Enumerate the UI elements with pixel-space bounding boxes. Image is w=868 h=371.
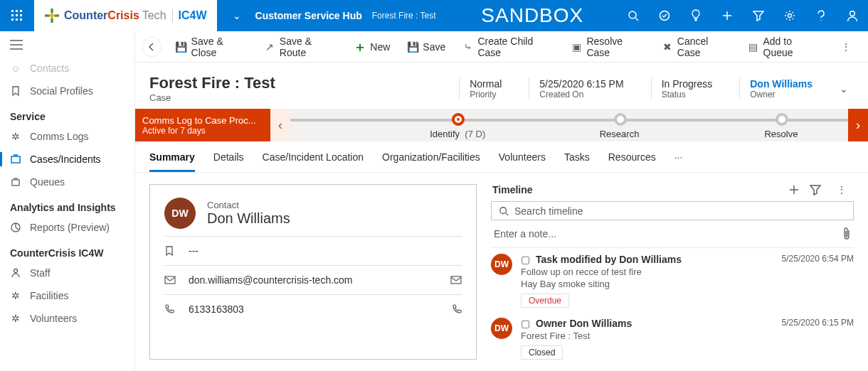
cmd-label: New <box>370 41 390 53</box>
sidebar-label: Cases/Incidents <box>30 154 101 165</box>
sidebar-item-staff[interactable]: Staff <box>0 262 134 284</box>
search-icon <box>499 206 509 216</box>
cmd-resolve[interactable]: ▣Resolve Case <box>564 31 652 63</box>
svg-rect-7 <box>16 18 18 21</box>
timeline-item-line: Forest Fire : Test <box>521 330 773 341</box>
header-value: Don Williams <box>750 78 813 90</box>
filter-icon[interactable] <box>743 0 774 31</box>
gear-icon[interactable] <box>774 0 805 31</box>
sidebar-item-queues[interactable]: Queues <box>0 171 134 193</box>
tab-volunteers[interactable]: Volunteers <box>499 151 546 172</box>
cmd-label: Add to Queue <box>763 36 822 58</box>
bpf-back[interactable]: ‹ <box>270 109 290 141</box>
app-launcher[interactable] <box>0 0 34 31</box>
tab-location[interactable]: Case/Incident Location <box>263 151 364 172</box>
search-icon[interactable] <box>618 0 649 31</box>
contact-email-row[interactable]: don.williams@countercrisis-tech.com <box>164 265 462 294</box>
cmd-overflow[interactable]: ⋮ <box>831 37 861 57</box>
hamburger-icon <box>10 40 23 50</box>
sidebar-label: Comms Logs <box>30 131 88 142</box>
tab-tasks[interactable]: Tasks <box>564 151 590 172</box>
timeline-more[interactable]: ⋮ <box>831 184 852 195</box>
tab-org[interactable]: Organization/Facilities <box>382 151 480 172</box>
user-icon[interactable] <box>837 0 868 31</box>
lightbulb-icon[interactable] <box>680 0 711 31</box>
save-icon: 💾 <box>407 41 418 53</box>
record-title: Forest Fire : Test <box>149 74 275 92</box>
header-owner[interactable]: Don Williams Owner <box>739 78 822 100</box>
sidebar-item-comms[interactable]: ✲ Comms Logs <box>0 125 134 148</box>
expand-header[interactable]: ⌄ <box>840 83 854 95</box>
timeline-add[interactable] <box>788 184 810 195</box>
sidebar-item-facilities[interactable]: ✲ Facilities <box>0 284 134 307</box>
cmd-save-route[interactable]: ↗Save & Route <box>258 31 345 63</box>
svg-rect-4 <box>16 14 18 16</box>
gear-small-icon: ✲ <box>10 290 21 301</box>
active-stage[interactable]: Comms Log to Case Proc... Active for 7 d… <box>135 109 270 141</box>
collapse-sidebar[interactable] <box>0 37 134 57</box>
cmd-add-queue[interactable]: ▤Add to Queue <box>741 31 828 63</box>
stage-node-research[interactable] <box>614 113 627 126</box>
svg-rect-0 <box>11 10 14 12</box>
timeline-filter[interactable] <box>810 184 831 195</box>
contact-bookmark-row[interactable]: --- <box>164 236 462 265</box>
timeline-title: Timeline <box>492 184 533 195</box>
sidebar-label: Staff <box>30 267 51 279</box>
hub-switcher[interactable]: ⌄ Customer Service Hub Forest Fire : Tes… <box>217 10 448 21</box>
header-created[interactable]: 5/25/2020 6:15 PM Created On <box>529 78 633 100</box>
task-icon[interactable] <box>649 0 680 31</box>
cmd-save[interactable]: 💾Save <box>400 37 452 57</box>
sidebar-item-volunteers[interactable]: ✲ Volunteers <box>0 307 134 330</box>
contact-phone-row[interactable]: 6133163803 <box>164 294 462 323</box>
back-button[interactable] <box>142 37 162 57</box>
sidebar-label: Queues <box>30 176 65 188</box>
field-value: --- <box>189 245 462 257</box>
cmd-label: Create Child Case <box>477 36 554 58</box>
brand-logo[interactable]: CounterCrisis Tech IC4W <box>34 0 217 31</box>
sidebar-label: Social Profiles <box>30 85 93 97</box>
timeline-item[interactable]: DW▢Task modified by Don WilliamsFollow u… <box>491 254 854 308</box>
plus-icon[interactable] <box>711 0 743 31</box>
header-priority[interactable]: Normal Priority <box>459 78 512 100</box>
timeline-item[interactable]: DW▢Owner Don WilliamsForest Fire : TestC… <box>491 318 854 360</box>
sidebar-label: Contacts <box>30 63 69 74</box>
cmd-create-child[interactable]: ⤷Create Child Case <box>455 31 561 63</box>
tab-resources[interactable]: Resources <box>608 151 656 172</box>
timeline-timestamp: 5/25/2020 6:54 PM <box>782 254 854 308</box>
command-bar: 💾Save & Close ↗Save & Route ＋New 💾Save ⤷… <box>135 31 868 63</box>
help-icon[interactable] <box>805 0 837 31</box>
call-icon[interactable] <box>452 304 462 314</box>
cmd-new[interactable]: ＋New <box>347 37 397 57</box>
main-content: 💾Save & Close ↗Save & Route ＋New 💾Save ⤷… <box>135 31 868 371</box>
svg-point-16 <box>14 269 18 273</box>
cancel-icon: ✖ <box>662 41 673 53</box>
save-icon: 💾 <box>176 41 187 53</box>
tab-details[interactable]: Details <box>213 151 244 172</box>
tab-overflow[interactable]: ··· <box>674 151 683 172</box>
stage-node-identify[interactable] <box>452 113 465 126</box>
bpf-forward[interactable]: › <box>848 109 868 141</box>
timeline-search[interactable]: Search timeline <box>491 201 854 220</box>
timeline-note-input[interactable]: Enter a note... <box>491 220 854 248</box>
tab-summary[interactable]: Summary <box>149 151 195 172</box>
cmd-cancel[interactable]: ✖Cancel Case <box>655 31 739 63</box>
sidebar-item-contacts[interactable]: ☺ Contacts <box>0 57 134 80</box>
send-mail-icon[interactable] <box>450 276 462 284</box>
cmd-save-close[interactable]: 💾Save & Close <box>169 31 255 63</box>
note-placeholder: Enter a note... <box>494 228 556 240</box>
stage-label-research: Research <box>600 129 640 139</box>
gear-small-icon: ✲ <box>10 131 21 142</box>
svg-rect-17 <box>165 276 175 284</box>
sidebar-item-social[interactable]: Social Profiles <box>0 80 134 102</box>
contact-name[interactable]: Don Williams <box>207 210 290 227</box>
sidebar-item-cases[interactable]: Cases/Incidents <box>0 148 134 171</box>
stage-node-resolve[interactable] <box>776 113 788 126</box>
bookmark-icon <box>164 246 177 256</box>
timeline-avatar: DW <box>491 318 512 339</box>
attach-icon[interactable] <box>842 227 851 240</box>
header-value: 5/25/2020 6:15 PM <box>539 78 623 90</box>
sidebar-item-reports[interactable]: Reports (Preview) <box>0 216 134 239</box>
header-status[interactable]: In Progress Status <box>651 78 723 100</box>
cmd-label: Save & Route <box>280 36 338 58</box>
brand-text-2: Crisis <box>107 9 139 22</box>
